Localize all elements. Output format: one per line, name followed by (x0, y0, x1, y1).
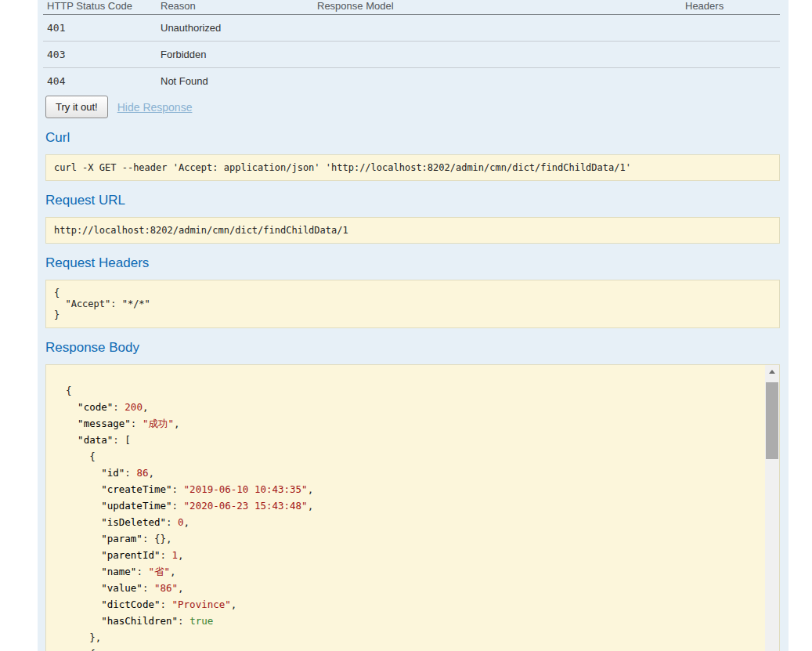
table-row: 401Unauthorized (43, 15, 780, 42)
operation-content-panel: HTTP Status Code Reason Response Model H… (38, 0, 789, 651)
headers-cell (685, 15, 780, 42)
response-body-json: { "code": 200, "message": "成功", "data": … (46, 365, 779, 651)
request-url-heading: Request URL (45, 193, 780, 208)
col-header-reason: Reason (161, 0, 317, 15)
status-code-cell: 401 (43, 15, 161, 42)
try-it-out-button[interactable]: Try it out! (45, 96, 108, 118)
request-headers-heading: Request Headers (45, 255, 780, 271)
reason-cell: Not Found (161, 68, 317, 95)
col-header-response-model: Response Model (317, 0, 685, 15)
scrollbar-up-button[interactable] (765, 365, 779, 378)
request-headers-block: { "Accept": "*/*" } (45, 280, 780, 328)
response-body-block: { "code": 200, "message": "成功", "data": … (45, 364, 780, 651)
table-row: 404Not Found (43, 68, 780, 95)
status-code-cell: 404 (43, 68, 161, 95)
response-model-cell (317, 68, 685, 95)
response-body-heading: Response Body (45, 340, 780, 356)
headers-cell (685, 68, 780, 95)
reason-cell: Unauthorized (161, 15, 317, 42)
scroll-up-arrow-icon (769, 370, 775, 374)
actions-row: Try it out! Hide Response (45, 96, 780, 118)
curl-command-text: curl -X GET --header 'Accept: applicatio… (46, 155, 779, 180)
request-headers-text: { "Accept": "*/*" } (46, 280, 779, 327)
scrollbar-thumb[interactable] (766, 382, 778, 459)
status-code-cell: 403 (43, 42, 161, 68)
table-header-row: HTTP Status Code Reason Response Model H… (43, 0, 780, 15)
request-url-text: http://localhost:8202/admin/cmn/dict/fin… (46, 218, 779, 243)
col-header-headers: Headers (685, 0, 780, 15)
reason-cell: Forbidden (161, 42, 317, 68)
response-messages-table: HTTP Status Code Reason Response Model H… (43, 0, 780, 94)
table-row: 403Forbidden (43, 42, 780, 68)
request-url-block: http://localhost:8202/admin/cmn/dict/fin… (45, 217, 780, 244)
curl-code-block: curl -X GET --header 'Accept: applicatio… (45, 154, 780, 181)
headers-cell (685, 42, 780, 68)
hide-response-link[interactable]: Hide Response (117, 101, 193, 114)
curl-heading: Curl (45, 130, 780, 146)
response-model-cell (317, 42, 685, 68)
col-header-http-status-code: HTTP Status Code (43, 0, 161, 15)
response-body-scrollbar[interactable] (765, 365, 779, 651)
response-model-cell (317, 15, 685, 42)
